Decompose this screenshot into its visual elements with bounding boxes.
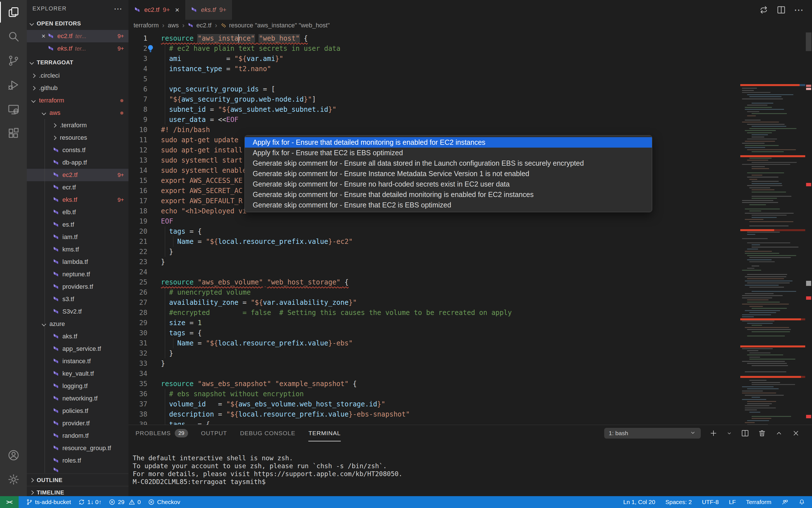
status-terraform[interactable]: Terraform <box>746 499 771 505</box>
panel-tab-debug-console[interactable]: DEBUG CONSOLE <box>240 426 295 441</box>
activity-source-control[interactable] <box>0 48 27 73</box>
scrollbar-slider[interactable] <box>806 33 811 51</box>
tree-item-resources[interactable]: resources <box>27 131 128 144</box>
terminal-shell-select[interactable]: 1: bash <box>604 428 701 438</box>
menu-item-2[interactable]: Generate skip comment for - Ensure all d… <box>245 158 652 168</box>
kill-terminal-button[interactable] <box>758 429 766 437</box>
code-line-20[interactable]: 20 tags = { <box>128 226 740 237</box>
activity-remote-explorer[interactable] <box>0 97 27 121</box>
code-line-36[interactable]: 36 # ebs snapshot without encryption <box>128 389 740 399</box>
tree-item-lambda.tf[interactable]: lambda.tf <box>27 256 128 268</box>
activity-explorer[interactable] <box>0 0 27 24</box>
close-icon[interactable]: × <box>39 32 48 40</box>
tree-item-iam.tf[interactable]: iam.tf <box>27 231 128 243</box>
code-editor[interactable]: 1resource "aws_instance" "web_host" {2 #… <box>128 31 740 425</box>
close-icon[interactable]: × <box>175 6 179 14</box>
close-panel-button[interactable] <box>792 429 800 437</box>
tree-item-.github[interactable]: .github <box>27 82 128 94</box>
activity-settings[interactable] <box>0 467 27 492</box>
code-line-10[interactable]: 10#! /bin/bash <box>128 125 740 135</box>
split-editor-button[interactable] <box>776 5 786 15</box>
open-changes-button[interactable] <box>759 5 769 15</box>
open-editor-ec2.tf[interactable]: ×ec2.tfter...9+ <box>27 30 128 42</box>
tree-item-neptune.tf[interactable]: neptune.tf <box>27 268 128 281</box>
code-line-32[interactable]: 32 } <box>128 348 740 358</box>
tree-item-s3.tf[interactable]: s3.tf <box>27 293 128 305</box>
new-terminal-button[interactable] <box>709 429 718 437</box>
code-line-34[interactable]: 34 <box>128 369 740 379</box>
tree-item-app_service.tf[interactable]: app_service.tf <box>27 343 128 355</box>
status-sync-status[interactable]: 1↓ 0↑ <box>78 499 102 505</box>
code-line-30[interactable]: 30 tags = { <box>128 328 740 338</box>
tree-item-azure[interactable]: azure <box>27 318 128 330</box>
tree-item-aws[interactable]: aws <box>27 107 128 119</box>
tree-item-providers.tf[interactable]: providers.tf <box>27 281 128 293</box>
status-notifications[interactable] <box>799 499 805 505</box>
tree-item-instance.tf[interactable]: instance.tf <box>27 355 128 368</box>
breadcrumb-item[interactable]: terraform <box>133 22 159 29</box>
tree-item-elb.tf[interactable]: elb.tf <box>27 206 128 218</box>
code-line-1[interactable]: 1resource "aws_instance" "web_host" { <box>128 33 740 43</box>
tree-item-terraform[interactable]: terraform <box>27 94 128 107</box>
code-line-39[interactable]: 39 tags = { <box>128 419 740 425</box>
status-problems-errors[interactable]: 29 <box>109 499 124 505</box>
activity-accounts[interactable] <box>0 443 27 467</box>
code-line-19[interactable]: 19EOF <box>128 216 740 226</box>
code-line-24[interactable]: 24 <box>128 267 740 277</box>
breadcrumb-item[interactable]: aws <box>168 22 179 29</box>
tab-eks.tf[interactable]: eks.tf9+ <box>185 0 232 20</box>
tree-item-ec2.tf[interactable]: ec2.tf9+ <box>27 169 128 181</box>
project-section[interactable]: TERRAGOAT <box>27 56 128 69</box>
status-ln-1-col-20[interactable]: Ln 1, Col 20 <box>623 499 655 505</box>
status-lf[interactable]: LF <box>729 499 736 505</box>
menu-item-4[interactable]: Generate skip comment for - Ensure no ha… <box>245 179 652 189</box>
terminal-profile-dropdown[interactable] <box>726 430 732 436</box>
tree-item-networking.tf[interactable]: networking.tf <box>27 392 128 405</box>
tab-ec2.tf[interactable]: ec2.tf9+× <box>128 0 185 20</box>
tree-item-roles.tf[interactable]: roles.tf <box>27 454 128 467</box>
code-line-9[interactable]: 9 user_data = <<EOF <box>128 115 740 125</box>
tree-item-ecr.tf[interactable]: ecr.tf <box>27 181 128 194</box>
panel-tab-terminal[interactable]: TERMINAL <box>308 426 340 441</box>
activity-run-and-debug[interactable] <box>0 73 27 97</box>
code-line-2[interactable]: 2 # ec2 have plain text secrets in user … <box>128 43 740 54</box>
status-problems-warnings[interactable]: 0 <box>128 499 141 505</box>
status-git-branch[interactable]: ts-add-bucket <box>26 499 71 505</box>
breadcrumb-item[interactable]: ec2.tf <box>188 22 211 29</box>
tree-item-resource_group.tf[interactable]: resource_group.tf <box>27 442 128 454</box>
tree-item-logging.tf[interactable]: logging.tf <box>27 380 128 392</box>
tree-item-kms.tf[interactable]: kms.tf <box>27 243 128 256</box>
tree-item-consts.tf[interactable]: consts.tf <box>27 144 128 156</box>
status-checkov[interactable]: Checkov <box>148 499 180 505</box>
code-line-4[interactable]: 4 instance_type = "t2.nano" <box>128 64 740 74</box>
code-line-7[interactable]: 7 "${aws_security_group.web-node.id}"] <box>128 94 740 104</box>
editor-scrollbar[interactable] <box>805 31 812 425</box>
code-line-29[interactable]: 29 size = 1 <box>128 318 740 328</box>
open-editor-eks.tf[interactable]: eks.tfter...9+ <box>27 42 128 55</box>
tree-item-policies.tf[interactable]: policies.tf <box>27 405 128 417</box>
open-editors-section[interactable]: OPEN EDITORS <box>27 17 128 30</box>
code-line-21[interactable]: 21 Name = "${local.resource_prefix.value… <box>128 237 740 247</box>
menu-item-6[interactable]: Generate skip comment for - Ensure that … <box>245 200 652 210</box>
code-line-6[interactable]: 6 vpc_security_group_ids = [ <box>128 84 740 94</box>
maximize-panel-button[interactable] <box>775 429 783 437</box>
tree-item-.circleci[interactable]: .circleci <box>27 70 128 82</box>
remote-indicator[interactable]: >< <box>0 496 18 508</box>
menu-item-0[interactable]: Apply fix for - Ensure that detailed mon… <box>245 137 652 147</box>
menu-item-3[interactable]: Generate skip comment for - Ensure Insta… <box>245 168 652 179</box>
menu-item-5[interactable]: Generate skip comment for - Ensure that … <box>245 189 652 200</box>
code-line-35[interactable]: 35resource "aws_ebs_snapshot" "example_s… <box>128 379 740 389</box>
breadcrumb-item[interactable]: resource "aws_instance" "web_host" <box>220 22 330 29</box>
panel-tab-output[interactable]: OUTPUT <box>201 426 227 441</box>
code-line-37[interactable]: 37 volume_id = "${aws_ebs_volume.web_hos… <box>128 399 740 409</box>
split-terminal-button[interactable] <box>741 429 749 437</box>
menu-item-1[interactable]: Apply fix for - Ensure that EC2 is EBS o… <box>245 147 652 158</box>
code-line-31[interactable]: 31 Name = "${local.resource_prefix.value… <box>128 338 740 348</box>
minimap[interactable] <box>740 31 805 425</box>
tree-item-.terraform[interactable]: .terraform <box>27 119 128 131</box>
panel-tab-problems[interactable]: PROBLEMS29 <box>135 426 188 441</box>
status-utf-8[interactable]: UTF-8 <box>702 499 719 505</box>
timeline-section[interactable]: TIMELINE <box>27 486 128 496</box>
code-line-23[interactable]: 23} <box>128 257 740 267</box>
status-feedback[interactable] <box>781 499 788 505</box>
